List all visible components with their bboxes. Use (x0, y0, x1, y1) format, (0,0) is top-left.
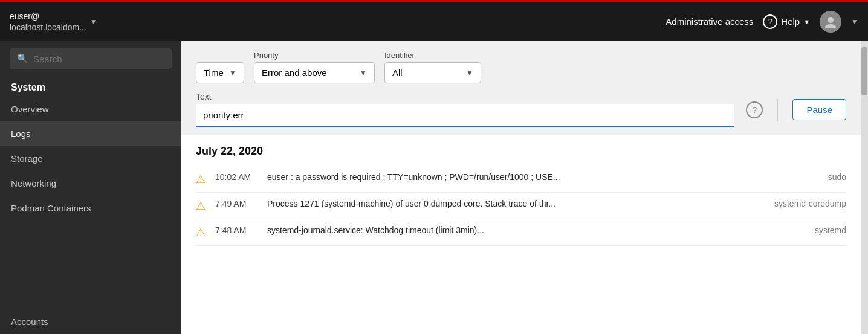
svg-point-1 (825, 24, 836, 28)
log-time: 7:49 AM (215, 199, 257, 208)
content-area: Time ▼ Priority Error and above ▼ Identi… (181, 41, 861, 334)
time-dropdown[interactable]: Time ▼ (196, 62, 244, 83)
username: euser@ (10, 11, 86, 22)
search-box[interactable]: 🔍 (10, 48, 172, 69)
identifier-filter-group: Identifier All ▼ (384, 51, 481, 83)
help-label: Help (781, 16, 800, 27)
user-menu[interactable]: euser@ localhost.localdom... ▼ (10, 11, 97, 31)
log-entry-0: ⚠ 10:02 AM euser : a password is require… (196, 166, 846, 193)
user-avatar[interactable] (820, 11, 841, 33)
log-warning-icon: ⚠ (196, 199, 206, 213)
time-caret-icon: ▼ (229, 69, 236, 77)
text-label: Text (196, 92, 734, 101)
priority-dropdown[interactable]: Error and above ▼ (254, 62, 375, 83)
user-dropdown-arrow: ▼ (90, 18, 97, 26)
sidebar-item-overview[interactable]: Overview (0, 97, 181, 121)
topbar: euser@ localhost.localdom... ▼ Administr… (0, 0, 868, 41)
log-entry-2: ⚠ 7:48 AM systemd-journald.service: Watc… (196, 219, 846, 246)
log-message: Process 1271 (systemd-machine) of user 0… (267, 199, 758, 208)
sidebar-item-networking[interactable]: Networking (0, 171, 181, 196)
log-source: systemd (768, 225, 846, 235)
priority-label: Priority (254, 51, 375, 60)
log-source: sudo (768, 172, 846, 182)
identifier-caret-icon: ▼ (466, 69, 473, 77)
avatar-dropdown-arrow: ▼ (851, 18, 858, 26)
main-layout: 🔍 System Overview Logs Storage Networkin… (0, 41, 868, 334)
sidebar-item-storage[interactable]: Storage (0, 146, 181, 171)
scrollbar-thumb (861, 47, 867, 95)
admin-access-label: Administrative access (666, 16, 753, 27)
filters-bar: Time ▼ Priority Error and above ▼ Identi… (181, 41, 861, 135)
help-circle-icon: ? (763, 14, 777, 29)
help-button[interactable]: ? Help ▼ (763, 14, 810, 29)
priority-filter-group: Priority Error and above ▼ (254, 51, 375, 83)
filters-row1: Time ▼ Priority Error and above ▼ Identi… (196, 51, 846, 83)
text-filter-group: Text (196, 92, 734, 127)
search-icon: 🔍 (17, 53, 28, 64)
sidebar: 🔍 System Overview Logs Storage Networkin… (0, 41, 181, 334)
log-message: systemd-journald.service: Watchdog timeo… (267, 225, 758, 235)
sidebar-item-logs[interactable]: Logs (0, 121, 181, 146)
sidebar-item-accounts[interactable]: Accounts (0, 309, 181, 334)
text-filter-help-icon[interactable]: ? (746, 101, 763, 118)
identifier-label: Identifier (384, 51, 481, 60)
log-time: 10:02 AM (215, 172, 257, 182)
log-warning-icon: ⚠ (196, 226, 206, 239)
log-area: July 22, 2020 ⚠ 10:02 AM euser : a passw… (181, 135, 861, 334)
log-entry-1: ⚠ 7:49 AM Process 1271 (systemd-machine)… (196, 193, 846, 219)
priority-value: Error and above (262, 68, 356, 78)
hostname: localhost.localdom... (10, 22, 86, 32)
text-input-wrap (196, 104, 734, 127)
topbar-right: Administrative access ? Help ▼ ▼ (666, 11, 858, 33)
text-filter-input[interactable] (196, 104, 734, 127)
time-filter-group: Time ▼ (196, 62, 244, 83)
vertical-divider (777, 99, 778, 121)
log-message: euser : a password is required ; TTY=unk… (267, 172, 758, 182)
log-source: systemd-coredump (768, 199, 846, 208)
search-input[interactable] (33, 54, 164, 64)
sidebar-item-podman[interactable]: Podman Containers (0, 196, 181, 220)
priority-caret-icon: ▼ (360, 69, 367, 77)
log-date: July 22, 2020 (196, 145, 846, 158)
pause-button[interactable]: Pause (792, 99, 846, 120)
svg-point-0 (828, 17, 834, 23)
nav-section-system: System (0, 76, 181, 97)
identifier-dropdown[interactable]: All ▼ (384, 62, 481, 83)
time-value: Time (204, 68, 225, 78)
log-entries: ⚠ 10:02 AM euser : a password is require… (196, 166, 846, 246)
help-dropdown-arrow: ▼ (803, 18, 810, 25)
avatar-icon (824, 15, 837, 28)
filters-row2: Text ? Pause (196, 92, 846, 127)
scrollbar[interactable] (861, 41, 868, 334)
log-warning-icon: ⚠ (196, 173, 206, 186)
identifier-value: All (392, 68, 462, 78)
log-time: 7:48 AM (215, 225, 257, 235)
